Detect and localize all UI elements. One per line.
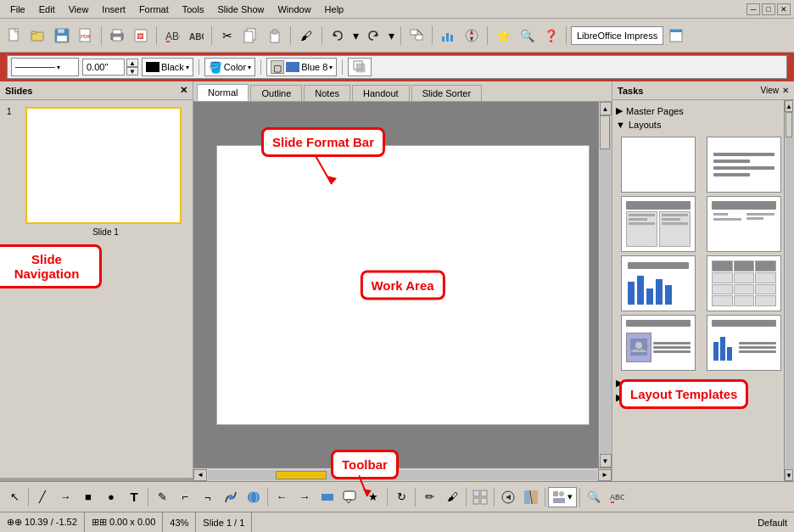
h-scroll-thumb[interactable] (276, 471, 327, 479)
tasks-view-label[interactable]: View (761, 86, 780, 95)
scroll-left-button[interactable]: ◄ (193, 469, 207, 481)
window-minimize-button[interactable]: ─ (746, 3, 760, 15)
open-button[interactable] (27, 25, 49, 47)
left-arrow-tool[interactable]: ← (271, 486, 293, 508)
undo-button[interactable] (327, 25, 349, 47)
scroll-down-button[interactable]: ▼ (600, 454, 612, 468)
redo-button[interactable] (362, 25, 384, 47)
navigator-button[interactable] (461, 25, 483, 47)
spellcheck2-button[interactable]: ABC (606, 486, 628, 508)
scroll-thumb[interactable] (600, 115, 610, 149)
animate-button[interactable] (497, 486, 519, 508)
paste-button[interactable] (264, 25, 286, 47)
pencil-tool[interactable]: ✏ (418, 486, 440, 508)
paint-tool[interactable]: 🖌 (441, 486, 463, 508)
tasks-close[interactable]: ✕ (782, 86, 789, 95)
tab-handout[interactable]: Handout (352, 85, 410, 101)
tab-normal[interactable]: Normal (197, 84, 249, 101)
star-effect-button[interactable]: ⭐ (492, 25, 514, 47)
autocorrect-button[interactable]: ABC (185, 25, 207, 47)
block-shape-tool[interactable] (316, 486, 338, 508)
tab-slide-sorter[interactable]: Slide Sorter (411, 85, 482, 101)
menu-edit[interactable]: Edit (32, 3, 62, 16)
tasks-scroll-track[interactable] (786, 112, 794, 469)
tasks-scroll-up[interactable]: ▲ (785, 100, 793, 112)
help-button[interactable]: ❓ (540, 25, 562, 47)
window-maximize-button[interactable]: □ (762, 3, 775, 15)
right-arrow-tool[interactable]: → (294, 486, 316, 508)
clone-format-button[interactable]: 🖌 (295, 25, 317, 47)
gallery-button[interactable] (469, 486, 491, 508)
find-button[interactable]: 🔍 (583, 486, 605, 508)
line-width-input[interactable] (82, 59, 125, 76)
menu-insert[interactable]: Insert (95, 3, 132, 16)
tab-notes[interactable]: Notes (304, 85, 350, 101)
redo-arrow-button[interactable]: ▾ (386, 25, 396, 47)
tasks-vertical-scrollbar[interactable]: ▲ ▼ (784, 100, 794, 481)
resize-button[interactable] (405, 25, 428, 47)
line-style-selector[interactable]: ────── ▾ (11, 58, 79, 76)
shape-dropdown[interactable]: ▾ (548, 487, 577, 507)
export-button[interactable]: 🖼 (130, 25, 152, 47)
line-color-selector[interactable]: ▢ Blue 8 ▾ (266, 58, 337, 76)
select-tool[interactable]: ↖ (3, 486, 25, 508)
cut-button[interactable]: ✂ (216, 25, 238, 47)
tasks-scroll-down[interactable]: ▼ (785, 469, 793, 481)
line-width-down[interactable]: ▼ (126, 67, 138, 76)
line-tool[interactable]: ╱ (31, 486, 53, 508)
undo-arrow-button[interactable]: ▾ (350, 25, 361, 47)
connector-tool[interactable]: ⌐ (174, 486, 196, 508)
master-pages-section[interactable]: ▶ Master Pages (616, 104, 791, 118)
slide-thumbnail[interactable] (25, 107, 182, 224)
arrow-tool[interactable]: → (54, 486, 76, 508)
fill-selector[interactable]: 🪣 Color ▾ (204, 58, 255, 76)
highlight-tool[interactable]: ✎ (151, 486, 173, 508)
tasks-scroll-thumb[interactable] (786, 112, 792, 137)
text-tool[interactable]: T (123, 486, 145, 508)
scroll-track[interactable] (600, 115, 612, 454)
new-button[interactable] (3, 25, 25, 47)
layout-blank[interactable] (621, 137, 696, 193)
menu-file[interactable]: File (3, 3, 32, 16)
color-selector[interactable]: Black ▾ (142, 58, 193, 76)
rotate-tool[interactable]: ↻ (390, 486, 412, 508)
zoom-button[interactable]: 🔍 (516, 25, 538, 47)
slides-panel-close[interactable]: ✕ (180, 85, 187, 96)
slide-canvas[interactable]: Work Area (216, 145, 590, 425)
rect-tool[interactable]: ■ (77, 486, 99, 508)
menu-tools[interactable]: Tools (176, 3, 211, 16)
layout-table[interactable] (707, 255, 781, 311)
vertical-scrollbar[interactable]: ▲ ▼ (598, 102, 612, 468)
tab-outline[interactable]: Outline (250, 85, 302, 101)
menu-view[interactable]: View (62, 3, 96, 16)
freeform-tool[interactable] (220, 486, 242, 508)
shadow-button[interactable] (348, 58, 372, 76)
menu-window[interactable]: Window (271, 3, 317, 16)
layouts-section[interactable]: ▼ Layouts (616, 118, 791, 132)
copy-button[interactable] (240, 25, 262, 47)
scroll-right-button[interactable]: ► (598, 469, 612, 481)
save-button[interactable] (51, 25, 73, 47)
export-pdf-button[interactable]: PDF (75, 25, 97, 47)
3d-tool[interactable] (243, 486, 265, 508)
h-scroll-track[interactable] (208, 470, 597, 480)
chart-button[interactable] (437, 25, 459, 47)
panel-resize-handle[interactable] (0, 478, 193, 481)
window-close-button[interactable]: ✕ (777, 3, 791, 15)
layout-photo-text[interactable] (621, 315, 696, 371)
scroll-up-button[interactable]: ▲ (600, 102, 612, 115)
layout-title-content[interactable] (707, 137, 781, 193)
layout-two-content[interactable] (621, 196, 696, 252)
layout-chart[interactable] (621, 255, 696, 311)
connector2-tool[interactable]: ⌐ (197, 486, 219, 508)
menu-slideshow[interactable]: Slide Show (210, 3, 271, 16)
print-button[interactable] (106, 25, 128, 47)
ellipse-tool[interactable]: ● (100, 486, 122, 508)
spellcheck-button[interactable]: ABC (161, 25, 183, 47)
layout-title-bullets[interactable] (707, 196, 781, 252)
line-width-up[interactable]: ▲ (126, 59, 138, 67)
horizontal-scrollbar[interactable]: ◄ ► (193, 468, 612, 481)
menu-format[interactable]: Format (132, 3, 176, 16)
layout-chart-text[interactable] (707, 315, 781, 371)
slide-panel-toggle[interactable] (665, 25, 687, 47)
